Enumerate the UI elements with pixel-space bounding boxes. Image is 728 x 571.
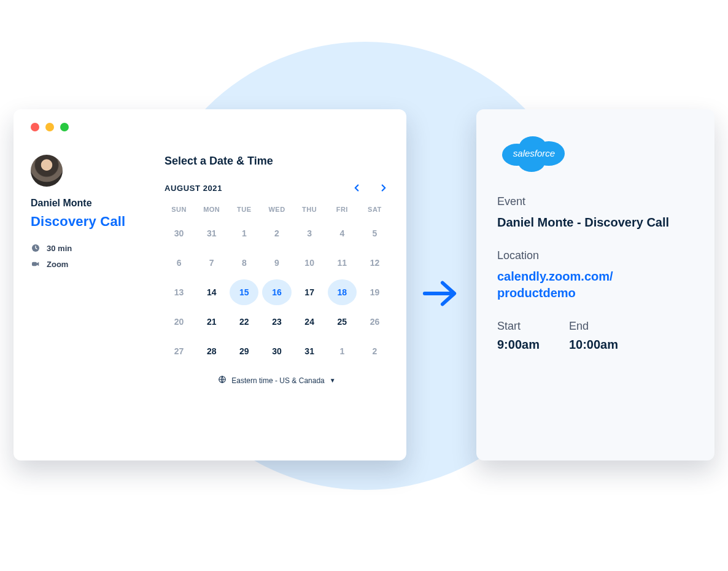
chevron-down-icon: ▼ bbox=[330, 377, 336, 384]
clock-icon bbox=[31, 243, 41, 253]
calendar-day[interactable]: 22 bbox=[230, 309, 258, 335]
calendar-panel: Select a Date & Time AUGUST 2021 SUNMONT… bbox=[165, 155, 389, 386]
calendar-day: 9 bbox=[262, 250, 291, 276]
calendar-day[interactable]: 16 bbox=[262, 279, 291, 305]
svg-text:salesforce: salesforce bbox=[513, 148, 555, 158]
duration-row: 30 min bbox=[31, 243, 147, 253]
calendar-day[interactable]: 18 bbox=[328, 279, 357, 305]
prev-month-button[interactable] bbox=[351, 182, 362, 193]
calendar-day: 1 bbox=[328, 338, 357, 364]
calendar-day: 10 bbox=[295, 250, 324, 276]
video-icon bbox=[31, 259, 41, 269]
calendar-day: 2 bbox=[360, 338, 389, 364]
calendar-day: 12 bbox=[360, 250, 389, 276]
salesforce-logo: salesforce bbox=[497, 128, 571, 179]
event-sidebar: Daniel Monte Discovery Call 30 min Zoom bbox=[31, 155, 147, 386]
arrow-right-icon bbox=[421, 278, 459, 309]
calendar-day: 8 bbox=[230, 250, 258, 276]
timezone-text: Eastern time - US & Canada bbox=[231, 376, 324, 385]
calendar-day[interactable]: 28 bbox=[197, 338, 226, 364]
end-value: 10:00am bbox=[569, 336, 618, 353]
calendar-day[interactable]: 23 bbox=[262, 309, 291, 335]
next-month-button[interactable] bbox=[378, 182, 389, 193]
timezone-picker[interactable]: Eastern time - US & Canada ▼ bbox=[165, 375, 389, 386]
event-value: Daniel Monte - Discovery Call bbox=[497, 214, 694, 231]
day-of-week-header: MON bbox=[197, 202, 226, 219]
select-heading: Select a Date & Time bbox=[165, 155, 389, 168]
calendar-day[interactable]: 14 bbox=[197, 279, 226, 305]
event-label: Event bbox=[497, 195, 694, 208]
calendar-day: 30 bbox=[165, 220, 193, 246]
window-controls bbox=[31, 123, 389, 131]
avatar bbox=[31, 155, 63, 187]
calendar-day[interactable]: 21 bbox=[197, 309, 226, 335]
day-of-week-header: TUE bbox=[230, 202, 258, 219]
svg-rect-1 bbox=[32, 262, 37, 266]
calendar-day[interactable]: 24 bbox=[295, 309, 324, 335]
month-label: AUGUST 2021 bbox=[165, 184, 222, 193]
day-of-week-header: SAT bbox=[360, 202, 389, 219]
location-text: Zoom bbox=[47, 260, 68, 269]
globe-icon bbox=[218, 375, 227, 386]
calendar-day[interactable]: 17 bbox=[295, 279, 324, 305]
start-label: Start bbox=[497, 320, 540, 333]
calendar-day[interactable]: 31 bbox=[295, 338, 324, 364]
calendar-day[interactable]: 25 bbox=[328, 309, 357, 335]
start-value: 9:00am bbox=[497, 336, 540, 353]
day-of-week-header: FRI bbox=[328, 202, 357, 219]
location-link[interactable]: calendly.zoom.com/ productdemo bbox=[497, 268, 694, 301]
calendar-day: 7 bbox=[197, 250, 226, 276]
calendar-day: 3 bbox=[295, 220, 324, 246]
calendar-day: 19 bbox=[360, 279, 389, 305]
close-icon[interactable] bbox=[31, 123, 39, 131]
calendar-day[interactable]: 29 bbox=[230, 338, 258, 364]
event-title: Discovery Call bbox=[31, 214, 147, 230]
maximize-icon[interactable] bbox=[60, 123, 69, 131]
minimize-icon[interactable] bbox=[45, 123, 54, 131]
calendar-day: 2 bbox=[262, 220, 291, 246]
calendar-day: 20 bbox=[165, 309, 193, 335]
calendar-day: 4 bbox=[328, 220, 357, 246]
day-of-week-header: THU bbox=[295, 202, 324, 219]
calendly-window: Daniel Monte Discovery Call 30 min Zoom … bbox=[14, 109, 406, 460]
salesforce-card: salesforce Event Daniel Monte - Discover… bbox=[476, 109, 714, 460]
calendar-day: 1 bbox=[230, 220, 258, 246]
location-row: Zoom bbox=[31, 259, 147, 269]
day-of-week-header: SUN bbox=[165, 202, 193, 219]
host-name: Daniel Monte bbox=[31, 198, 147, 209]
end-label: End bbox=[569, 320, 618, 333]
calendar-day: 11 bbox=[328, 250, 357, 276]
calendar-day: 27 bbox=[165, 338, 193, 364]
calendar-day: 13 bbox=[165, 279, 193, 305]
duration-text: 30 min bbox=[47, 244, 72, 253]
calendar-day: 26 bbox=[360, 309, 389, 335]
calendar-day: 31 bbox=[197, 220, 226, 246]
day-of-week-header: WED bbox=[262, 202, 291, 219]
calendar-day[interactable]: 30 bbox=[262, 338, 291, 364]
calendar-day: 5 bbox=[360, 220, 389, 246]
calendar-day[interactable]: 15 bbox=[230, 279, 258, 305]
location-label: Location bbox=[497, 249, 694, 262]
calendar-day: 6 bbox=[165, 250, 193, 276]
